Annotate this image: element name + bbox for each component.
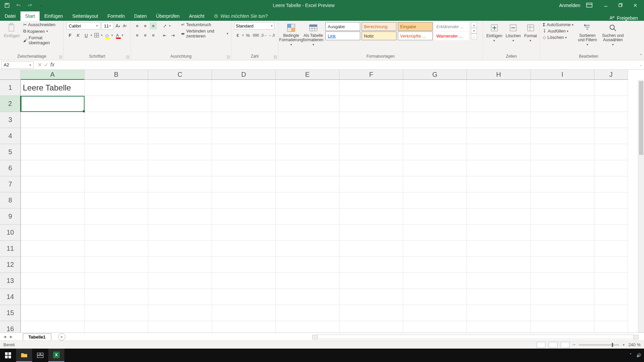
cell[interactable] xyxy=(531,321,594,333)
align-middle-icon[interactable]: ≡ xyxy=(142,22,149,29)
font-color-button[interactable]: A xyxy=(114,32,121,39)
merge-center-button[interactable]: ⬌Verbinden und zentrieren▾ xyxy=(181,28,228,39)
cell[interactable] xyxy=(148,305,212,321)
row-header[interactable]: 16 xyxy=(0,321,21,333)
cell[interactable] xyxy=(467,225,531,241)
row-header[interactable]: 5 xyxy=(0,144,21,160)
cell[interactable] xyxy=(531,257,594,273)
taskbar-taskview-icon[interactable] xyxy=(32,349,48,362)
insert-function-icon[interactable]: fx xyxy=(50,62,54,68)
column-header[interactable]: C xyxy=(148,70,212,80)
increase-decimal-icon[interactable]: ,0→ xyxy=(260,32,268,39)
cell[interactable] xyxy=(403,192,467,208)
align-left-icon[interactable]: ≡ xyxy=(133,32,141,39)
cell[interactable] xyxy=(148,273,212,289)
cut-button[interactable]: ✂Ausschneiden xyxy=(23,22,61,27)
cell[interactable] xyxy=(212,289,276,305)
cell[interactable] xyxy=(276,144,339,160)
cell[interactable] xyxy=(85,128,148,144)
percent-format-icon[interactable]: % xyxy=(245,32,252,39)
find-select-button[interactable]: Suchen und Auswählen▾ xyxy=(601,22,625,47)
collapse-ribbon-icon[interactable]: ˄ xyxy=(640,53,642,59)
fill-button[interactable]: ↧Ausfüllen▾ xyxy=(543,28,574,34)
font-size-combo[interactable]: 11▾ xyxy=(102,22,113,29)
orientation-icon[interactable]: ⤢ xyxy=(161,22,168,29)
cell[interactable] xyxy=(594,208,628,225)
conditional-formatting-button[interactable]: Bedingte Formatierung▾ xyxy=(281,22,301,47)
cell-style-option[interactable]: Berechnung xyxy=(362,22,396,31)
copy-button[interactable]: ⧉Kopieren▾ xyxy=(23,28,61,34)
start-button[interactable] xyxy=(0,349,16,362)
column-header[interactable]: B xyxy=(85,70,148,80)
cell[interactable] xyxy=(212,208,276,225)
tab-seitenlayout[interactable]: Seitenlayout xyxy=(68,11,103,21)
qat-customize-icon[interactable]: ▾ xyxy=(38,2,45,9)
cell[interactable] xyxy=(467,96,531,112)
cell[interactable] xyxy=(339,321,403,333)
align-right-icon[interactable]: ≡ xyxy=(150,32,157,39)
row-header[interactable]: 9 xyxy=(0,208,21,225)
sheet-nav-next-icon[interactable]: ► xyxy=(9,334,13,339)
cell[interactable] xyxy=(467,208,531,225)
cell[interactable] xyxy=(276,241,339,257)
gallery-down-icon[interactable]: ▾ xyxy=(471,28,477,34)
cell[interactable] xyxy=(339,225,403,241)
cell[interactable] xyxy=(594,192,628,208)
name-box[interactable]: A2▾ xyxy=(1,61,34,69)
cell-styles-gallery[interactable]: AusgabeBerechnungEingabeErklärender ...L… xyxy=(325,22,469,40)
align-bottom-icon[interactable]: ≡ xyxy=(150,22,157,29)
cell[interactable] xyxy=(276,112,339,128)
row-header[interactable]: 1 xyxy=(0,80,21,96)
cell[interactable] xyxy=(339,305,403,321)
decrease-font-icon[interactable]: A▾ xyxy=(122,22,128,29)
tab-start[interactable]: Start xyxy=(20,11,40,21)
share-button[interactable]: Freigeben xyxy=(603,15,644,21)
font-name-combo[interactable]: Calibri▾ xyxy=(66,22,100,29)
cell-style-option[interactable]: Warnender ... xyxy=(434,32,469,40)
cell[interactable] xyxy=(148,176,212,192)
cell[interactable] xyxy=(212,176,276,192)
cell[interactable] xyxy=(531,273,594,289)
cell[interactable] xyxy=(212,225,276,241)
cell[interactable] xyxy=(467,112,531,128)
cell[interactable] xyxy=(148,80,212,96)
cell[interactable] xyxy=(21,225,85,241)
cell[interactable]: Leere Tabelle xyxy=(21,80,85,96)
format-painter-button[interactable]: 🖌Format übertragen xyxy=(23,35,61,45)
cell[interactable] xyxy=(276,208,339,225)
cell[interactable] xyxy=(531,225,594,241)
cell[interactable] xyxy=(594,289,628,305)
cell[interactable] xyxy=(212,128,276,144)
horizontal-scrollbar[interactable] xyxy=(317,335,634,339)
cell[interactable] xyxy=(276,289,339,305)
format-cells-button[interactable]: Format▾ xyxy=(524,22,538,43)
sign-in[interactable]: Anmelden xyxy=(559,3,580,8)
cell[interactable] xyxy=(467,176,531,192)
row-header[interactable]: 3 xyxy=(0,112,21,128)
cell[interactable] xyxy=(467,273,531,289)
column-header[interactable]: A xyxy=(21,70,85,80)
cell[interactable] xyxy=(85,208,148,225)
sort-filter-button[interactable]: Sortieren und Filtern▾ xyxy=(576,22,599,47)
tab-ansicht[interactable]: Ansicht xyxy=(184,11,209,21)
decrease-decimal-icon[interactable]: ←,0 xyxy=(268,32,275,39)
cell-style-option[interactable]: Link xyxy=(325,32,360,40)
cell[interactable] xyxy=(85,273,148,289)
tray-volume-icon[interactable]: 🔊 xyxy=(636,353,641,358)
cell[interactable] xyxy=(531,208,594,225)
ribbon-display-icon[interactable] xyxy=(586,2,593,9)
cell[interactable] xyxy=(276,273,339,289)
cell[interactable] xyxy=(594,321,628,333)
cell[interactable] xyxy=(85,257,148,273)
view-page-layout-icon[interactable] xyxy=(549,342,557,348)
row-header[interactable]: 2 xyxy=(0,96,21,112)
cell-style-option[interactable]: Erklärender ... xyxy=(434,22,469,31)
cell[interactable] xyxy=(85,305,148,321)
sheet-nav-prev-icon[interactable]: ◄ xyxy=(3,334,7,339)
underline-button[interactable]: U xyxy=(83,32,90,39)
cell[interactable] xyxy=(148,289,212,305)
cell[interactable] xyxy=(339,289,403,305)
increase-font-icon[interactable]: A▴ xyxy=(115,22,120,29)
gallery-more-icon[interactable]: ⌄ xyxy=(471,34,477,39)
borders-button[interactable] xyxy=(93,32,100,39)
